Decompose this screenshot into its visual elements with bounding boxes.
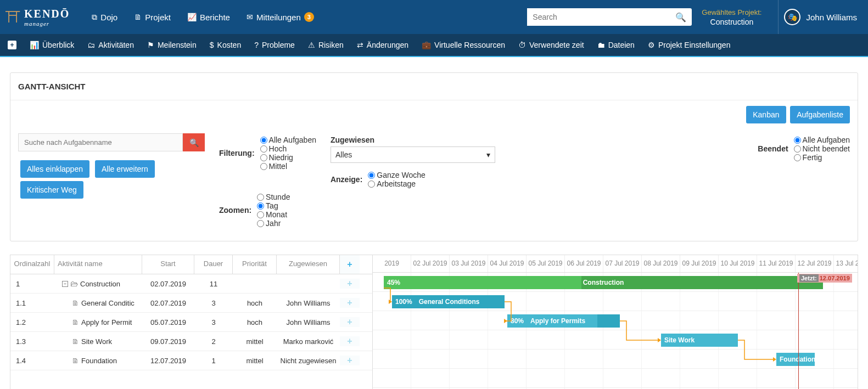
table-row[interactable]: 1.4 🗎 Foundation 12.07.2019 1 mittel Nic… xyxy=(10,351,372,370)
zoom-option-1[interactable]: Tag xyxy=(257,201,290,210)
gantt-bar[interactable]: Foundation xyxy=(776,353,815,366)
nav-mitteilungen[interactable]: ✉Mitteilungen3 xyxy=(247,12,314,22)
zoom-option-3[interactable]: Jahr xyxy=(257,219,290,228)
collapse-icon[interactable]: − xyxy=(62,281,68,287)
task-search-button[interactable]: 🔍 xyxy=(183,133,205,151)
filter-option-3[interactable]: Mittel xyxy=(260,162,316,171)
filter-option-2[interactable]: Niedrig xyxy=(260,153,316,162)
subnav-virtuelle-ressourcen[interactable]: 💼Virtuelle Ressourcen xyxy=(422,41,505,49)
radio-input[interactable] xyxy=(257,220,264,227)
row-add-button[interactable]: + xyxy=(340,298,360,308)
user-menu[interactable]: 🎭 John Williams xyxy=(778,0,863,34)
radio-input[interactable] xyxy=(257,202,264,210)
label: Meilenstein xyxy=(158,41,197,49)
filter-line: Filterung: Alle Aufgaben Hoch Niedrig Mi… xyxy=(219,136,316,171)
table-row[interactable]: 1.2 🗎 Apply for Permit 05.07.2019 3 hoch… xyxy=(10,313,372,332)
radio-label: Hoch xyxy=(269,144,287,153)
logo[interactable]: ⛩ KENDŌ manager xyxy=(5,8,70,27)
gantt-table-header: Ordinalzahl Aktivität name Start Dauer P… xyxy=(10,255,372,274)
radio-input[interactable] xyxy=(257,211,264,218)
zoom-label: Zoomen: xyxy=(219,206,251,215)
cell-assign: Nicht zugewiesen xyxy=(277,357,340,365)
subnav-projekt-einstellungen[interactable]: ⚙Projekt Einstellungen xyxy=(648,41,731,49)
subnav-risiken[interactable]: ⚠Risiken xyxy=(308,41,344,49)
radio-input[interactable] xyxy=(368,181,375,188)
label: Änderungen xyxy=(367,41,408,49)
mitteilungen-icon: ✉ xyxy=(247,13,253,21)
label: Virtuelle Ressourcen xyxy=(434,41,505,49)
date-header: 04 Jul 2019 xyxy=(488,255,527,272)
end-option-1[interactable]: Nicht beendet xyxy=(794,144,850,153)
nav-berichte[interactable]: 📈Berichte xyxy=(187,12,230,22)
search-input[interactable] xyxy=(527,8,670,26)
row-add-button[interactable]: + xyxy=(340,336,360,346)
radio-input[interactable] xyxy=(794,154,801,161)
gantt-bar[interactable]: 45%Construction xyxy=(384,276,823,289)
gantt-timeline[interactable]: 201902 Jul 201903 Jul 201904 Jul 201905 … xyxy=(373,255,858,389)
gantt-bar[interactable]: 80%Apply for Permits xyxy=(507,314,620,328)
gantt-bar[interactable]: Site Work xyxy=(661,334,738,347)
subnav-meilenstein[interactable]: ⚑Meilenstein xyxy=(147,41,197,49)
radio-input[interactable] xyxy=(260,137,267,144)
subnav-überblick[interactable]: 📊Überblick xyxy=(30,41,74,49)
assign-select[interactable]: Alles ▾ xyxy=(331,146,495,163)
nav-projekt[interactable]: 🗎Projekt xyxy=(134,12,171,22)
task-search-input[interactable] xyxy=(18,133,183,151)
avatar: 🎭 xyxy=(784,9,800,25)
filter-option-1[interactable]: Hoch xyxy=(260,144,316,153)
row-name: Foundation xyxy=(81,357,117,365)
finished-line: Beendet Alle Aufgaben Nicht beendet Fert… xyxy=(758,133,850,162)
plus-icon: + xyxy=(347,279,352,288)
radio-input[interactable] xyxy=(794,145,801,153)
zoom-option-2[interactable]: Monat xyxy=(257,210,290,219)
search-button[interactable]: 🔍 xyxy=(670,9,692,26)
subnav-kosten[interactable]: $Kosten xyxy=(210,41,241,49)
nav-dojo[interactable]: ⧉Dojo xyxy=(92,12,117,22)
project-selector[interactable]: Gewähltes Projekt: Construction xyxy=(702,8,761,26)
plus-icon: + xyxy=(347,356,352,365)
radio-input[interactable] xyxy=(260,145,267,153)
date-header: 12 Jul 2019 xyxy=(796,255,834,272)
end-option-0[interactable]: Alle Aufgaben xyxy=(794,136,850,144)
cell-ord: 1 xyxy=(10,280,54,288)
subnav-änderungen[interactable]: ⇄Änderungen xyxy=(357,41,408,49)
radio-input[interactable] xyxy=(260,163,267,170)
table-row[interactable]: 1 − 🗁 Construction 02.07.2019 11 + xyxy=(10,274,372,294)
row-add-button[interactable]: + xyxy=(340,279,360,289)
filter-option-0[interactable]: Alle Aufgaben xyxy=(260,136,316,144)
bar-label: Apply for Permits xyxy=(530,317,585,325)
collapse-all-button[interactable]: Alles einklappen xyxy=(20,160,89,178)
kanban-button[interactable]: Kanban xyxy=(746,106,786,123)
subnav-dateien[interactable]: 🖿Dateien xyxy=(597,41,635,49)
subnav-aktivitäten[interactable]: 🗂Aktivitäten xyxy=(87,41,134,49)
cell-assign: Marko marković xyxy=(277,337,340,346)
radio-label: Mittel xyxy=(269,162,287,171)
radio-input[interactable] xyxy=(257,194,264,201)
radio-input[interactable] xyxy=(368,172,375,179)
end-option-2[interactable]: Fertig xyxy=(794,153,850,162)
radio-input[interactable] xyxy=(260,154,267,161)
row-add-button[interactable]: + xyxy=(340,356,360,365)
display-option-0[interactable]: Ganze Woche xyxy=(368,171,425,179)
icon: 🗂 xyxy=(87,41,95,49)
radio-label: Jahr xyxy=(266,219,281,228)
radio-input[interactable] xyxy=(794,137,801,144)
critical-path-button[interactable]: Kritischer Weg xyxy=(20,181,83,199)
display-option-1[interactable]: Arbeitstage xyxy=(368,179,425,188)
nav-label: Berichte xyxy=(200,13,230,22)
gantt-bar[interactable]: 100%General Conditions xyxy=(392,295,505,308)
plus-icon: + xyxy=(347,317,352,326)
table-row[interactable]: 1.3 🗎 Site Work 09.07.2019 2 mittel Mark… xyxy=(10,332,372,351)
cell-prio: hoch xyxy=(233,318,277,326)
task-list-button[interactable]: Aufgabenliste xyxy=(790,106,850,123)
col-add[interactable]: + xyxy=(340,255,360,274)
table-row[interactable]: 1.1 🗎 General Conditic 02.07.2019 3 hoch… xyxy=(10,294,372,313)
expand-all-button[interactable]: Alle erweitern xyxy=(95,160,155,178)
panel-title: GANTT-ANSICHT xyxy=(10,73,858,100)
date-header: 09 Jul 2019 xyxy=(680,255,719,272)
subnav-probleme[interactable]: ?Probleme xyxy=(254,41,295,49)
subnav-add[interactable]: + xyxy=(8,41,16,49)
row-add-button[interactable]: + xyxy=(340,317,360,327)
zoom-option-0[interactable]: Stunde xyxy=(257,193,290,201)
subnav-verwendete-zeit[interactable]: ⏱Verwendete zeit xyxy=(518,41,584,49)
